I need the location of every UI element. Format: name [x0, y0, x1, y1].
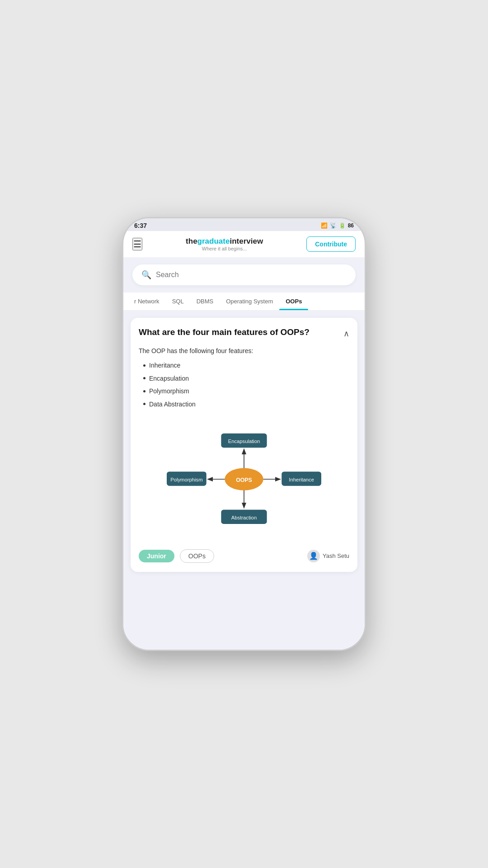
- phone-inner: 6:37 📶 📡 🔋 86 ☰ thegraduateinterview Whe…: [123, 218, 365, 650]
- feature-label: Encapsulation: [149, 373, 189, 383]
- tabs-container: r Network SQL DBMS Operating System OOPs: [123, 292, 365, 311]
- bullet-icon: [143, 377, 145, 379]
- logo-graduate: graduate: [197, 237, 230, 245]
- feature-abstraction: Data Abstraction: [143, 399, 349, 409]
- tag-oops[interactable]: OOPs: [180, 549, 214, 563]
- phone-frame: 6:37 📶 📡 🔋 86 ☰ thegraduateinterview Whe…: [122, 217, 366, 651]
- wifi-icon: 📶: [321, 222, 328, 229]
- card-intro: The OOP has the following four features:: [139, 346, 349, 356]
- logo-text: thegraduateinterview: [186, 237, 263, 246]
- battery-level: 86: [348, 222, 354, 229]
- card-body: The OOP has the following four features:…: [139, 346, 349, 409]
- feature-label: Polymorphism: [149, 386, 189, 396]
- card-header: What are the four main features of OOPs?…: [139, 327, 349, 339]
- top-label: Encapsulation: [228, 439, 260, 444]
- feature-label: Inheritance: [149, 360, 180, 370]
- feature-list: Inheritance Encapsulation Polymorphism: [139, 360, 349, 409]
- card-footer: Junior OOPs 👤 Yash Setu: [139, 549, 349, 563]
- bullet-icon: [143, 390, 145, 392]
- search-box: 🔍: [132, 264, 356, 285]
- logo-area: thegraduateinterview Where it all begins…: [186, 237, 263, 251]
- center-label: OOPS: [236, 477, 252, 483]
- logo-interview: interview: [230, 237, 263, 245]
- bullet-icon: [143, 364, 145, 367]
- battery-icon: 🔋: [339, 222, 346, 229]
- contribute-button[interactable]: Contribute: [306, 236, 356, 252]
- bottom-label: Abstraction: [231, 515, 257, 520]
- search-input[interactable]: [156, 271, 347, 279]
- author-info: 👤 Yash Setu: [307, 550, 349, 562]
- question-card: What are the four main features of OOPs?…: [131, 318, 357, 572]
- search-container: 🔍: [123, 257, 365, 292]
- tab-oops[interactable]: OOPs: [279, 292, 308, 310]
- tab-dbms[interactable]: DBMS: [190, 292, 220, 310]
- feature-label: Data Abstraction: [149, 399, 196, 409]
- bullet-icon: [143, 403, 145, 405]
- status-icons: 📶 📡 🔋 86: [321, 222, 354, 229]
- card-title: What are the four main features of OOPs?: [139, 327, 338, 338]
- feature-encapsulation: Encapsulation: [143, 373, 349, 383]
- tab-network[interactable]: r Network: [128, 292, 166, 310]
- content-area: What are the four main features of OOPs?…: [123, 311, 365, 650]
- oops-diagram: OOPS Encapsulation Abstraction Polymorph…: [139, 418, 349, 540]
- logo-the: the: [186, 237, 197, 245]
- right-label: Inheritance: [289, 476, 314, 482]
- author-name: Yash Setu: [323, 552, 349, 559]
- header: ☰ thegraduateinterview Where it all begi…: [123, 231, 365, 257]
- search-icon: 🔍: [141, 270, 151, 280]
- tab-sql[interactable]: SQL: [166, 292, 190, 310]
- author-avatar: 👤: [307, 550, 320, 562]
- left-label: Polymorphism: [170, 476, 202, 482]
- signal-icon: 📡: [330, 222, 337, 229]
- status-bar: 6:37 📶 📡 🔋 86: [123, 218, 365, 231]
- feature-inheritance: Inheritance: [143, 360, 349, 370]
- tab-os[interactable]: Operating System: [220, 292, 279, 310]
- logo-subtitle: Where it all begins...: [186, 246, 263, 251]
- diagram-svg: OOPS Encapsulation Abstraction Polymorph…: [163, 418, 325, 540]
- status-time: 6:37: [134, 222, 147, 229]
- tag-junior[interactable]: Junior: [139, 550, 174, 562]
- menu-button[interactable]: ☰: [132, 238, 142, 250]
- feature-polymorphism: Polymorphism: [143, 386, 349, 396]
- chevron-up-icon[interactable]: ∧: [343, 329, 349, 339]
